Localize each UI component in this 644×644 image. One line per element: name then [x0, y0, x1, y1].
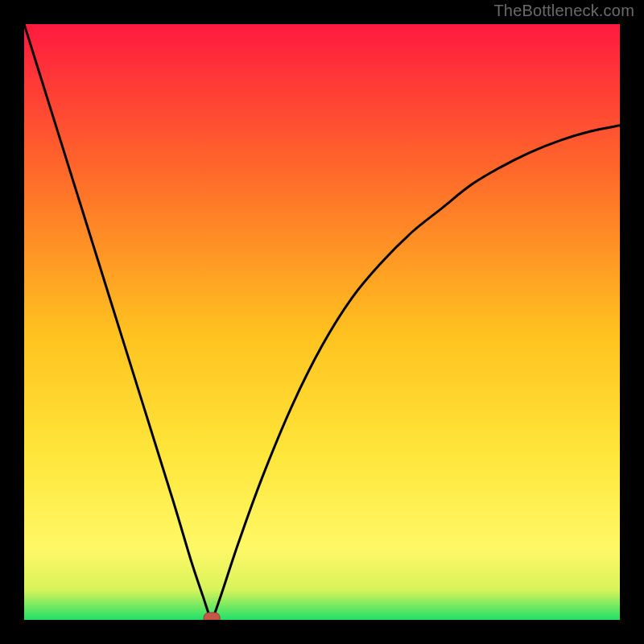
plot-area: [24, 24, 620, 620]
bottleneck-curve-chart: [24, 24, 620, 620]
optimum-marker: [204, 613, 220, 620]
watermark-text: TheBottleneck.com: [493, 2, 634, 20]
chart-frame: TheBottleneck.com: [0, 0, 644, 644]
gradient-background: [24, 24, 620, 620]
